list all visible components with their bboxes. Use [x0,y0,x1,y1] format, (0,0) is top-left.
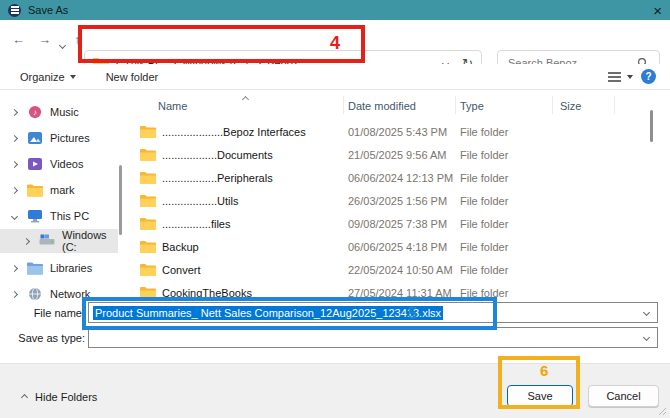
column-headers: Name Date modified Type Size [130,96,660,116]
expand-icon[interactable] [11,134,18,141]
app-icon [8,4,21,17]
file-list-scrollbar[interactable] [650,110,653,142]
help-button[interactable]: ? [641,69,656,84]
date-modified: 06/06/2025 4:18 PM [348,241,460,253]
folder-name: CookingTheBooks [162,287,348,299]
collapse-icon[interactable] [11,212,18,219]
back-icon[interactable]: ← [12,32,25,47]
forward-icon[interactable]: → [38,32,51,47]
file-type: File folder [460,172,560,184]
expand-icon[interactable] [11,186,18,193]
folder-row[interactable]: ..................Peripherals 06/06/2024… [130,166,660,189]
command-toolbar: Organize New folder ? [0,64,670,90]
file-name-dropdown-icon[interactable] [643,309,650,316]
folder-icon [140,240,156,253]
organize-button[interactable]: Organize [20,71,76,83]
sidebar-item-music[interactable]: ♪ Music [0,100,118,124]
sidebar-item-pictures[interactable]: Pictures [0,126,118,150]
new-folder-label: New folder [106,71,159,83]
file-type: File folder [460,126,560,138]
up-icon[interactable]: ↑ [74,32,81,47]
window-title: Save As [28,4,68,16]
save-as-dialog: Save As × ← → ↑ This PC Windows (C:) Bep… [0,0,670,418]
folder-row[interactable]: CookingTheBooks 27/05/2024 11:31 AM File… [130,281,660,304]
column-header-type[interactable]: Type [460,100,560,112]
sidebar-item-label: Pictures [50,132,90,144]
column-divider[interactable] [343,96,344,114]
expand-icon[interactable] [11,290,18,297]
folder-icon [140,171,156,184]
new-folder-button[interactable]: New folder [106,71,159,83]
libraries-icon [27,261,43,275]
folder-row[interactable]: ..................Utils 26/03/2025 1:56 … [130,189,660,212]
address-row: ← → ↑ This PC Windows (C:) Bepoz ↻ Searc… [0,20,670,64]
column-divider[interactable] [614,96,615,114]
music-icon: ♪ [27,105,43,119]
resize-grip[interactable] [658,407,666,415]
date-modified: 09/08/2025 7:38 PM [348,218,460,230]
file-type: File folder [460,287,560,299]
view-caret-icon [627,75,633,79]
sidebar-item-label: Videos [50,158,83,170]
column-header-size[interactable]: Size [560,100,618,112]
computer-icon [27,209,43,223]
sidebar-item-libraries[interactable]: Libraries [0,256,118,280]
folder-name: Backup [162,241,348,253]
cancel-button[interactable]: Cancel [588,385,659,407]
column-header-name[interactable]: Name [158,100,348,112]
sidebar-item-label: Music [50,106,79,118]
network-icon [27,287,43,301]
sidebar-item-windows-c[interactable]: Windows (C: [0,229,118,253]
sidebar-item-label: This PC [50,210,89,222]
file-type: File folder [460,218,560,230]
date-modified: 06/06/2024 12:13 PM [348,172,460,184]
expand-icon[interactable] [11,160,18,167]
column-divider[interactable] [455,96,456,114]
hide-folders-button[interactable]: Hide Folders [22,391,97,403]
folder-icon [140,263,156,276]
folder-row[interactable]: ....................Bepoz Interfaces 01/… [130,120,660,143]
file-type: File folder [460,264,560,276]
sidebar-item-mark[interactable]: mark [0,178,118,202]
organize-label: Organize [20,71,65,83]
save-as-type-select[interactable] [88,327,658,348]
close-icon[interactable]: × [653,3,662,18]
videos-icon [27,157,43,171]
pictures-icon [27,131,43,145]
sidebar-item-this-pc[interactable]: This PC [0,204,118,228]
save-as-type-label: Save as type: [5,332,85,344]
expand-icon[interactable] [11,264,18,271]
title-bar: Save As × [0,0,670,20]
file-list: ....................Bepoz Interfaces 01/… [130,120,660,304]
folder-icon [140,217,156,230]
folder-row[interactable]: ................files 09/08/2025 7:38 PM… [130,212,660,235]
folder-icon [140,286,156,299]
drive-icon [39,234,55,248]
folder-row[interactable]: ..................Documents 21/05/2025 9… [130,143,660,166]
hide-folders-label: Hide Folders [35,391,97,403]
file-name-value: Product Summaries_ Nett Sales Comparison… [93,306,443,320]
file-type: File folder [460,195,560,207]
save-button[interactable]: Save [507,385,573,407]
column-header-date-modified[interactable]: Date modified [348,100,460,112]
file-type: File folder [460,241,560,253]
sidebar-item-label: mark [50,184,74,196]
expand-icon[interactable] [11,108,18,115]
date-modified: 27/05/2024 11:31 AM [348,287,460,299]
sidebar-item-videos[interactable]: Videos [0,152,118,176]
recent-locations-icon[interactable] [60,36,65,51]
view-toggle-button[interactable] [608,72,633,82]
file-name-input[interactable]: Product Summaries_ Nett Sales Comparison… [88,302,658,323]
folder-icon [140,125,156,138]
folder-icon [140,148,156,161]
date-modified: 22/05/2024 10:50 AM [348,264,460,276]
folder-row[interactable]: Convert 22/05/2024 10:50 AM File folder [130,258,660,281]
save-as-type-dropdown-icon[interactable] [643,334,650,341]
folder-row[interactable]: Backup 06/06/2025 4:18 PM File folder [130,235,660,258]
column-divider[interactable] [552,96,553,114]
folder-name: ..................Peripherals [162,172,348,184]
sidebar-scrollbar[interactable] [119,165,122,235]
expand-icon[interactable] [23,237,30,244]
date-modified: 26/03/2025 1:56 PM [348,195,460,207]
folder-name: ..................Documents [162,149,348,161]
